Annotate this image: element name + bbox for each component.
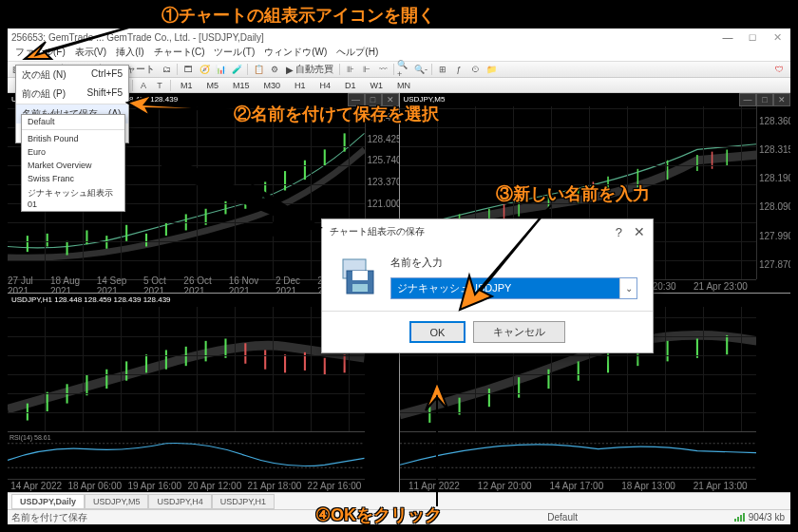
- market-icon[interactable]: 🗔: [180, 63, 196, 76]
- chart-max-icon[interactable]: □: [756, 93, 773, 106]
- template-icon[interactable]: 📁: [484, 63, 499, 76]
- arrow-3: [446, 200, 560, 314]
- signal-icon: [734, 513, 745, 522]
- svg-rect-66: [352, 271, 368, 280]
- submenu-item[interactable]: Swiss Franc: [22, 172, 124, 185]
- tf-d1[interactable]: D1: [338, 79, 363, 92]
- annotation-2: ②名前を付けて保存を選択: [234, 103, 439, 125]
- submenu-item[interactable]: Euro: [22, 145, 124, 159]
- tab-usdjpy-m5[interactable]: USDJPY,M5: [85, 494, 148, 509]
- dialog-close-button[interactable]: ✕: [634, 224, 645, 239]
- tester-icon[interactable]: 🧪: [229, 63, 244, 76]
- profile-submenu: Default British Pound Euro Market Overvi…: [21, 114, 125, 212]
- menu-window[interactable]: ウィンドウ(W): [260, 46, 331, 61]
- chart-min-icon[interactable]: —: [739, 93, 756, 106]
- chart-title: USDJPY,H1 128.448 128.459 128.439 128.43…: [11, 295, 171, 304]
- connection-status: 904/3 kb: [734, 512, 785, 522]
- zoom-out-icon[interactable]: 🔍-: [413, 63, 428, 76]
- status-hint: 名前を付けて保存: [11, 511, 87, 524]
- arrow-4: [408, 378, 466, 511]
- new-order-icon[interactable]: 📋: [251, 63, 266, 76]
- svg-rect-67: [352, 284, 368, 292]
- menu-help[interactable]: ヘルプ(H): [332, 46, 382, 61]
- menu-tools[interactable]: ツール(T): [210, 46, 258, 61]
- maximize-button[interactable]: □: [743, 31, 762, 44]
- menu-prev-profile[interactable]: 前の組 (P)Shift+F5: [16, 85, 128, 104]
- bar-chart-icon[interactable]: ⊪: [343, 63, 358, 76]
- annotation-4: ④OKをクリック: [315, 504, 442, 526]
- alert-icon[interactable]: 🛡: [771, 63, 787, 76]
- status-profile: Default: [547, 512, 578, 522]
- period-icon[interactable]: ⏲: [467, 63, 483, 76]
- tf-h1[interactable]: H1: [288, 79, 313, 92]
- arrow-2: [124, 87, 247, 122]
- submenu-item[interactable]: Market Overview: [22, 159, 124, 172]
- minimize-button[interactable]: —: [718, 31, 737, 44]
- y-axis: 128.360128.315128.190128.090127.990127.8…: [756, 106, 790, 279]
- close-button[interactable]: ✕: [768, 31, 787, 44]
- dialog-help-button[interactable]: ?: [616, 225, 622, 239]
- cancel-button[interactable]: キャンセル: [473, 321, 565, 343]
- nav-icon[interactable]: 🧭: [197, 63, 212, 76]
- tf-h4[interactable]: H4: [314, 79, 338, 92]
- line-chart-icon[interactable]: 〰: [375, 63, 390, 76]
- tf-m30[interactable]: M30: [257, 79, 288, 92]
- x-axis: 27 Jul 202118 Aug 202114 Sep 20215 Oct 2…: [8, 279, 365, 293]
- rsi-panel: RSI(14) 58.61: [8, 431, 365, 479]
- indicator-icon[interactable]: ƒ: [451, 63, 466, 76]
- submenu-item[interactable]: ジナキャッシュ組表示01: [22, 185, 124, 211]
- rsi-label: RSI(14) 58.61: [10, 434, 51, 441]
- menu-next-profile[interactable]: 次の組 (N)Ctrl+F5: [16, 66, 128, 85]
- chart-close-icon[interactable]: ✕: [773, 93, 790, 106]
- tf-mn[interactable]: MN: [390, 79, 417, 92]
- ok-button[interactable]: OK: [409, 321, 466, 343]
- tab-usdjpy-h1[interactable]: USDJPY,H1: [212, 494, 275, 509]
- x-axis: 14 Apr 202218 Apr 06:0019 Apr 16:0020 Ap…: [8, 479, 365, 492]
- tab-usdjpy-daily[interactable]: USDJPY,Daily: [11, 494, 85, 509]
- terminal-icon[interactable]: 📊: [213, 63, 228, 76]
- tab-usdjpy-h4[interactable]: USDJPY,H4: [148, 494, 211, 509]
- save-icon: [337, 256, 379, 297]
- arrow-1: [17, 10, 169, 66]
- chevron-down-icon[interactable]: ⌄: [619, 278, 636, 298]
- submenu-default[interactable]: Default: [22, 115, 124, 130]
- zoom-in-icon[interactable]: 🔍+: [397, 63, 412, 76]
- tf-w1[interactable]: W1: [364, 79, 390, 92]
- autotrade-button[interactable]: ▶自動売買: [283, 63, 336, 76]
- big-arrow: [152, 142, 332, 247]
- annotation-1: ①チャートの組表示アイコンを開く: [162, 4, 435, 27]
- expert-icon[interactable]: ⚙: [267, 63, 282, 76]
- tile-icon[interactable]: ⊞: [435, 63, 450, 76]
- annotation-3: ③新しい名前を入力: [496, 182, 650, 205]
- submenu-item[interactable]: British Pound: [22, 132, 124, 145]
- candle-chart-icon[interactable]: ⊩: [359, 63, 374, 76]
- dialog-title: チャート組表示の保存: [330, 225, 425, 238]
